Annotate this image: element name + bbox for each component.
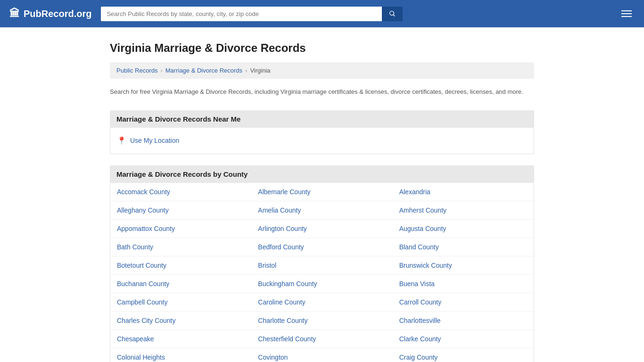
menu-line-1 — [621, 10, 632, 11]
search-bar — [101, 7, 403, 21]
county-item[interactable]: Charles City County — [110, 312, 251, 330]
menu-button[interactable] — [619, 8, 635, 20]
use-location-link[interactable]: 📍 Use My Location — [117, 136, 527, 145]
main-content: Virginia Marriage & Divorce Records Publ… — [100, 27, 544, 362]
county-item[interactable]: Amelia County — [251, 201, 392, 220]
menu-line-3 — [621, 16, 632, 17]
county-item[interactable]: Bland County — [393, 238, 534, 256]
search-icon — [388, 10, 396, 17]
county-item[interactable]: Craig County — [393, 348, 534, 362]
county-item[interactable]: Appomattox County — [110, 220, 251, 238]
county-section: Marriage & Divorce Records by County Acc… — [110, 165, 534, 362]
near-me-header: Marriage & Divorce Records Near Me — [110, 110, 534, 128]
near-me-content: 📍 Use My Location — [110, 128, 534, 154]
breadcrumb-sep-2: › — [245, 67, 247, 74]
site-header: 🏛 PubRecord.org — [0, 0, 644, 27]
county-section-header: Marriage & Divorce Records by County — [110, 165, 534, 183]
near-me-section: Marriage & Divorce Records Near Me 📍 Use… — [110, 110, 534, 154]
county-item[interactable]: Clarke County — [393, 330, 534, 348]
use-location-label: Use My Location — [130, 137, 179, 144]
county-item[interactable]: Chesterfield County — [251, 330, 392, 348]
county-item[interactable]: Chesapeake — [110, 330, 251, 348]
county-item[interactable]: Buckingham County — [251, 275, 392, 293]
building-icon: 🏛 — [9, 8, 20, 20]
county-item[interactable]: Amherst County — [393, 201, 534, 220]
county-item[interactable]: Bath County — [110, 238, 251, 256]
page-description: Search for free Virginia Marriage & Divo… — [110, 87, 534, 97]
county-item[interactable]: Alleghany County — [110, 201, 251, 220]
breadcrumb-current: Virginia — [250, 67, 270, 74]
county-item[interactable]: Buena Vista — [393, 275, 534, 293]
county-item[interactable]: Albemarle County — [251, 183, 392, 201]
county-item[interactable]: Arlington County — [251, 220, 392, 238]
county-item[interactable]: Carroll County — [393, 293, 534, 312]
breadcrumb: Public Records › Marriage & Divorce Reco… — [110, 62, 534, 79]
county-item[interactable]: Covington — [251, 348, 392, 362]
county-item[interactable]: Accomack County — [110, 183, 251, 201]
menu-line-2 — [621, 13, 632, 14]
county-item[interactable]: Bedford County — [251, 238, 392, 256]
logo-text: PubRecord.org — [24, 8, 91, 19]
site-logo[interactable]: 🏛 PubRecord.org — [9, 8, 91, 20]
page-title: Virginia Marriage & Divorce Records — [110, 41, 534, 55]
county-item[interactable]: Botetourt County — [110, 256, 251, 275]
county-item[interactable]: Colonial Heights — [110, 348, 251, 362]
location-icon: 📍 — [117, 136, 126, 145]
county-item[interactable]: Buchanan County — [110, 275, 251, 293]
county-item[interactable]: Brunswick County — [393, 256, 534, 275]
county-item[interactable]: Caroline County — [251, 293, 392, 312]
county-item[interactable]: Charlottesville — [393, 312, 534, 330]
breadcrumb-public-records[interactable]: Public Records — [116, 67, 157, 74]
breadcrumb-sep-1: › — [160, 67, 162, 74]
county-item[interactable]: Charlotte County — [251, 312, 392, 330]
search-input[interactable] — [101, 7, 382, 21]
county-item[interactable]: Campbell County — [110, 293, 251, 312]
county-item[interactable]: Augusta County — [393, 220, 534, 238]
search-button[interactable] — [382, 7, 403, 21]
county-item[interactable]: Alexandria — [393, 183, 534, 201]
breadcrumb-marriage-divorce[interactable]: Marriage & Divorce Records — [165, 67, 242, 74]
county-grid: Accomack CountyAlbemarle CountyAlexandri… — [110, 183, 534, 362]
county-item[interactable]: Bristol — [251, 256, 392, 275]
